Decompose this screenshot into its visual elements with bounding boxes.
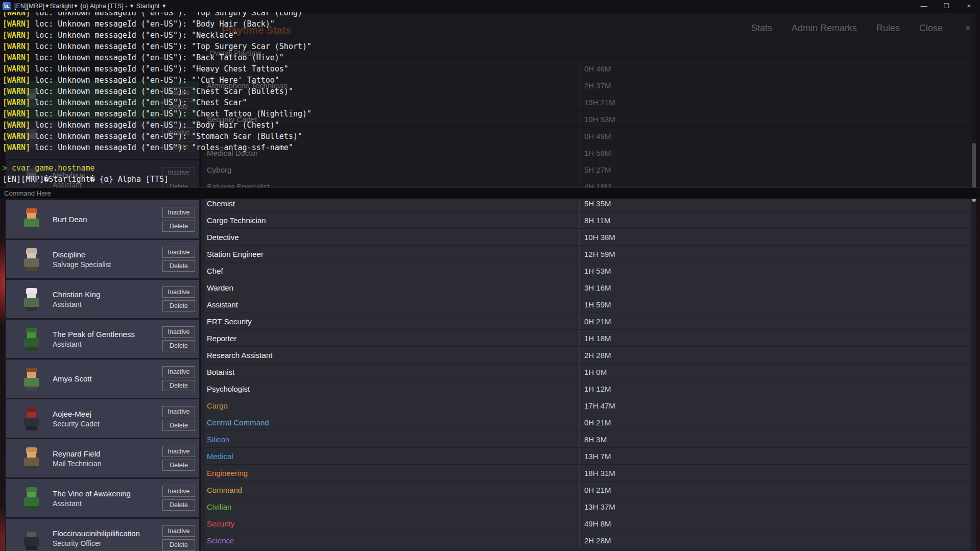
character-row[interactable]: The Peak of Gentleness Assistant Inactiv…	[6, 320, 199, 358]
playtime-row: Psychologist 1H 12M	[205, 380, 972, 397]
playtime-role-name: Assistant	[205, 296, 579, 313]
inactive-button[interactable]: Inactive	[162, 207, 195, 218]
sprite-body	[24, 497, 39, 506]
console-warn-line: [WARN]loc: Unknown messageId ("en-US"): …	[3, 30, 312, 41]
character-actions: Inactive Delete	[162, 446, 195, 471]
warn-tag: [WARN]	[3, 31, 30, 40]
sprite-legs	[26, 466, 37, 470]
inactive-button[interactable]: Inactive	[162, 286, 195, 298]
inactive-button[interactable]: Inactive	[162, 446, 195, 457]
playtime-row: Silicon 8H 3M	[205, 431, 972, 448]
playtime-duration: 2H 28M	[579, 347, 611, 363]
character-row[interactable]: Reynard Field Mail Technician Inactive D…	[6, 439, 199, 477]
sprite-legs	[26, 267, 37, 271]
playtime-role-name: Security	[205, 515, 579, 532]
sprite-face	[27, 492, 36, 497]
character-row[interactable]: The Vine of Awakening Assistant Inactive…	[6, 479, 199, 517]
sprite-face	[27, 332, 36, 338]
console-warn-line: [WARN]loc: Unknown messageId ("en-US"): …	[3, 41, 312, 52]
playtime-row: ERT Security 0H 21M	[205, 313, 972, 330]
console-warn-line: [WARN]loc: Unknown messageId ("en-US"): …	[3, 142, 312, 153]
close-button[interactable]: ×	[958, 0, 980, 12]
inactive-button[interactable]: Inactive	[162, 366, 195, 377]
sprite-face	[27, 412, 36, 418]
warn-tag: [WARN]	[3, 121, 30, 130]
warn-tag: [WARN]	[3, 87, 30, 96]
titlebar: SL [EN][MRP]✦Starlight✦ {α} Alpha [TTS] …	[0, 0, 980, 12]
character-info: Floccinaucinihilipilification Security O…	[53, 529, 162, 547]
sprite-legs	[26, 426, 37, 430]
playtime-duration: 10H 38M	[579, 229, 615, 245]
playtime-role-name: Silicon	[205, 431, 579, 447]
playtime-row: Security 49H 8M	[205, 515, 972, 532]
warn-text: loc: Unknown messageId ("en-US"): "Back …	[35, 53, 284, 62]
delete-button[interactable]: Delete	[162, 380, 195, 391]
debug-console-overlay[interactable]: [WARN]loc: Unknown messageId ("en-US"): …	[0, 12, 980, 187]
sprite-face	[27, 532, 36, 537]
sprite-face	[27, 293, 36, 298]
playtime-duration: 1H 18M	[579, 330, 611, 346]
window-title: [EN][MRP]✦Starlight✦ {α} Alpha [TTS] - ✦…	[14, 2, 167, 10]
playtime-role-name: ERT Security	[205, 313, 579, 329]
playtime-row: Engineering 18H 31M	[205, 465, 972, 482]
playtime-row: Cargo Technician 8H 11M	[205, 212, 972, 229]
playtime-duration: 3H 16M	[579, 279, 611, 296]
character-row[interactable]: Aojee-Meej Security Cadet Inactive Delet…	[6, 399, 199, 438]
entered-command: cvar game.hostname	[12, 163, 95, 173]
character-actions: Inactive Delete	[162, 486, 195, 511]
delete-button[interactable]: Delete	[162, 460, 195, 471]
character-row[interactable]: Christian King Assistant Inactive Delete	[6, 280, 199, 318]
delete-button[interactable]: Delete	[162, 221, 195, 232]
console-warn-line: [WARN]loc: Unknown messageId ("en-US"): …	[3, 12, 312, 18]
console-warn-line: [WARN]loc: Unknown messageId ("en-US"): …	[3, 18, 312, 30]
delete-button[interactable]: Delete	[162, 499, 195, 511]
character-row[interactable]: Burt Dean Inactive Delete	[6, 200, 199, 238]
warn-tag: [WARN]	[3, 19, 30, 29]
playtime-role-name: Psychologist	[205, 380, 579, 397]
playtime-row: Civilian 13H 37M	[205, 498, 972, 515]
delete-button[interactable]: Delete	[162, 340, 195, 351]
inactive-button[interactable]: Inactive	[162, 247, 195, 258]
playtime-row: Botanist 1H 0M	[205, 364, 972, 380]
sprite-body	[24, 378, 39, 387]
delete-button[interactable]: Delete	[162, 420, 195, 431]
character-row[interactable]: Amya Scott Inactive Delete	[6, 360, 199, 398]
delete-button[interactable]: Delete	[162, 539, 195, 550]
character-name: Discipline	[53, 250, 162, 259]
playtime-role-name: Research Assistant	[205, 347, 579, 363]
sprite-face	[27, 452, 36, 458]
character-row[interactable]: Discipline Salvage Specialist Inactive D…	[6, 240, 199, 278]
playtime-role-name: Medical	[205, 448, 579, 464]
console-warn-line: [WARN]loc: Unknown messageId ("en-US"): …	[3, 63, 312, 75]
warn-tag: [WARN]	[3, 98, 30, 107]
character-role: Assistant	[53, 340, 162, 348]
console-warn-line: [WARN]loc: Unknown messageId ("en-US"): …	[3, 86, 312, 97]
character-row[interactable]: Floccinaucinihilipilification Security O…	[6, 519, 199, 551]
character-info: Discipline Salvage Specialist	[53, 250, 162, 269]
playtime-duration: 0H 21M	[579, 313, 611, 329]
character-info: Aojee-Meej Security Cadet	[53, 410, 162, 428]
playtime-duration: 2H 28M	[579, 532, 611, 548]
inactive-button[interactable]: Inactive	[162, 486, 195, 497]
warn-text: loc: Unknown messageId ("en-US"): "Chest…	[35, 87, 293, 96]
delete-button[interactable]: Delete	[162, 300, 195, 312]
delete-button[interactable]: Delete	[162, 260, 195, 272]
minimize-button[interactable]: —	[913, 0, 935, 12]
playtime-duration: 1H 12M	[579, 380, 611, 397]
character-role: Mail Technician	[53, 460, 162, 468]
inactive-button[interactable]: Inactive	[162, 406, 195, 417]
sprite-body	[24, 458, 39, 466]
maximize-button[interactable]: ☐	[935, 0, 958, 12]
console-output-line: [EN][MRP]�Starlight� {α} Alpha [TTS]	[3, 174, 169, 185]
inactive-button[interactable]: Inactive	[162, 525, 195, 537]
console-command-input[interactable]	[0, 189, 980, 197]
playtime-duration: 12H 59M	[579, 246, 615, 262]
character-sprite	[20, 367, 43, 391]
inactive-button[interactable]: Inactive	[162, 326, 195, 338]
sprite-legs	[26, 307, 37, 311]
console-command-echo: >cvar game.hostname [EN][MRP]�Starlight�…	[3, 162, 169, 185]
playtime-role-name: Detective	[205, 229, 579, 245]
character-sprite	[20, 248, 43, 271]
window-controls: — ☐ ×	[913, 0, 980, 12]
playtime-role-name: Warden	[205, 279, 579, 296]
